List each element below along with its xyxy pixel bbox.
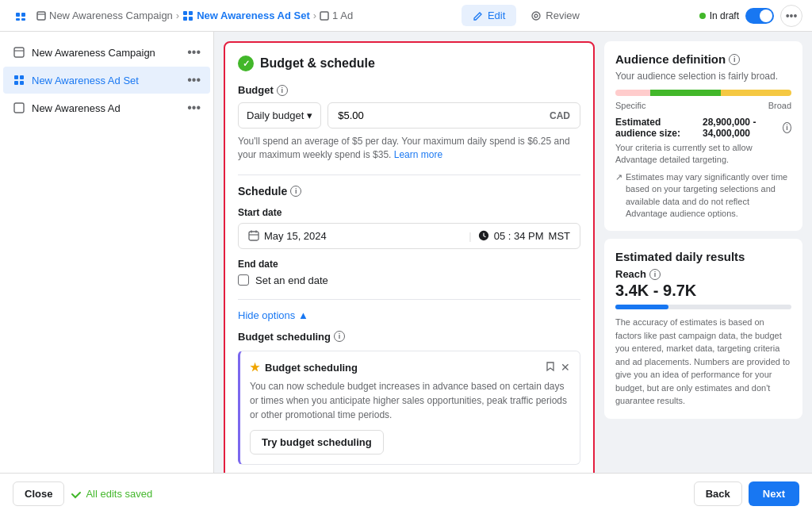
ad-icon [13,102,25,114]
divider-1 [238,175,580,175]
reach-note: The accuracy of estimates is based on fa… [615,316,791,408]
end-date-label: End date [238,259,580,270]
audience-size: Estimated audience size: 28,900,000 - 34… [615,117,791,139]
section-header: ✓ Budget & schedule [238,56,580,71]
svg-rect-2 [16,18,20,21]
schedule-header: Schedule i [238,185,580,198]
audience-note1: Your criteria is currently set to allow … [615,142,791,167]
reach-info-icon[interactable]: i [649,269,661,280]
sidebar-item-campaign[interactable]: New Awareness Campaign ••• [3,39,210,66]
saved-status: All edits saved [71,488,152,500]
audience-info-icon[interactable]: i [729,54,740,65]
sidebar: New Awareness Campaign ••• New Awareness… [0,32,214,473]
next-button[interactable]: Next [749,481,799,506]
budget-schedule-card: ✓ Budget & schedule Budget i Daily budge… [224,41,595,473]
breadcrumb-ad[interactable]: 1 Ad [320,10,353,21]
end-date-text: Set an end date [255,274,328,286]
audience-title: Audience definition i [615,52,791,66]
status-dot-icon [699,13,706,19]
more-options-button[interactable]: ••• [780,5,802,27]
svg-rect-18 [249,232,259,240]
bar-specific [615,90,650,96]
audience-subtitle: Your audience selection is fairly broad. [615,71,791,82]
reach-bar-fill [615,305,668,309]
svg-rect-14 [20,75,24,79]
close-button[interactable]: Close [13,481,64,506]
promo-bookmark-button[interactable] [545,361,556,374]
main-form: ✓ Budget & schedule Budget i Daily budge… [224,41,595,463]
hide-options-link[interactable]: Hide options ▲ [238,309,308,321]
svg-rect-3 [21,18,25,21]
breadcrumb: New Awareness Campaign › New Awareness A… [36,10,353,21]
breadcrumb-campaign[interactable]: New Awareness Campaign [36,10,173,21]
draft-toggle[interactable] [745,8,774,24]
svg-rect-15 [14,81,18,85]
budget-row: Daily budget ▾ CAD [238,102,580,128]
reach-bar [615,305,791,309]
schedule-info-icon[interactable]: i [290,186,301,197]
budget-currency: CAD [550,110,570,121]
breadcrumb-adset[interactable]: New Awareness Ad Set [182,10,310,21]
try-budget-scheduling-button[interactable]: Try budget scheduling [250,430,384,455]
sidebar-item-ad[interactable]: New Awareness Ad ••• [3,94,210,121]
adset-more-icon[interactable]: ••• [187,73,201,87]
budget-amount-wrap: CAD [327,102,580,128]
end-date-row: Set an end date [238,274,580,286]
ad-more-icon[interactable]: ••• [187,101,201,115]
status-badge: In draft [699,10,739,21]
start-date-label: Start date [238,207,580,218]
audience-definition-panel: Audience definition i Your audience sele… [604,41,802,231]
main-layout: New Awareness Campaign ••• New Awareness… [0,32,812,473]
audience-size-info-icon[interactable]: i [783,122,791,133]
divider-2 [238,299,580,300]
tab-edit[interactable]: Edit [462,5,516,26]
section-title: Budget & schedule [260,56,375,71]
svg-rect-4 [37,12,45,20]
audience-note2: ↗ Estimates may vary significantly over … [615,171,791,221]
back-button[interactable]: Back [694,481,742,506]
promo-close-button[interactable]: ✕ [561,361,570,374]
start-time-display: 05 : 34 PM MST [478,230,570,242]
sidebar-campaign-label: New Awareness Campaign [32,47,155,59]
svg-point-10 [532,12,540,20]
svg-rect-13 [14,75,18,79]
right-panel: Audience definition i Your audience sele… [604,41,802,463]
bottom-bar-right: Back Next [694,481,799,506]
svg-rect-6 [189,11,193,15]
star-icon: ★ [250,361,260,374]
estimated-results-panel: Estimated daily results Reach i 3.4K - 9… [604,239,802,419]
promo-card-actions: ✕ [545,361,570,374]
adset-icon [13,74,25,86]
calendar-icon [248,230,259,241]
budget-scheduling-info-icon[interactable]: i [334,331,345,342]
top-bar: New Awareness Campaign › New Awareness A… [0,0,812,32]
clock-icon [478,230,489,241]
budget-info-icon[interactable]: i [277,85,288,96]
svg-rect-17 [14,103,24,113]
campaign-icon [13,46,25,59]
start-datetime-row[interactable]: May 15, 2024 | 05 : 34 PM MST [238,223,580,249]
budget-scheduling-label: Budget scheduling i [238,331,580,343]
svg-rect-1 [21,13,25,17]
svg-rect-5 [183,11,187,15]
chevron-down-icon: ▾ [307,109,312,121]
learn-more-link[interactable]: Learn more [394,149,442,160]
check-icon: ✓ [238,56,254,71]
svg-rect-9 [320,12,328,20]
budget-amount-input[interactable] [338,109,550,121]
promo-card-text: You can now schedule budget increases in… [250,379,570,422]
warning-icon: ↗ [615,171,622,221]
sidebar-adset-label: New Awareness Ad Set [32,75,139,86]
campaign-more-icon[interactable]: ••• [187,45,201,59]
svg-rect-8 [189,17,193,21]
tab-review[interactable]: Review [519,5,591,26]
sidebar-ad-label: New Awareness Ad [32,102,121,114]
reach-value: 3.4K - 9.7K [615,282,791,300]
sidebar-item-adset[interactable]: New Awareness Ad Set ••• [3,67,210,94]
menu-toggle-button[interactable] [10,5,32,27]
budget-type-select[interactable]: Daily budget ▾ [238,102,321,128]
promo-card: ★ Budget scheduling ✕ You can now schedu… [238,351,580,465]
end-date-checkbox[interactable] [238,274,249,286]
promo-card-title: ★ Budget scheduling [250,361,358,374]
bar-mid [650,90,721,96]
